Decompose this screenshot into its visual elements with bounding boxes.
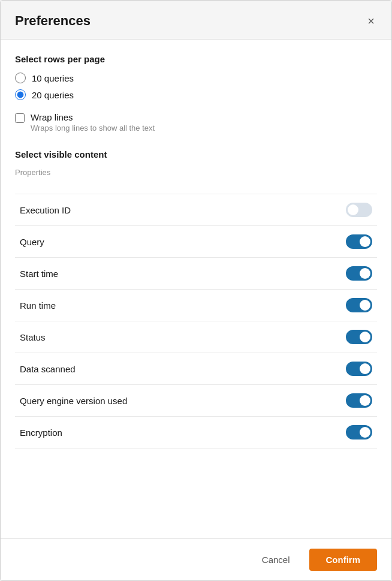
properties-group-label: Properties [15,168,377,182]
rows-per-page-label: Select rows per page [15,54,377,64]
visible-content-label: Select visible content [15,149,377,159]
toggle-encryption-slider [346,425,372,439]
cancel-button[interactable]: Cancel [250,549,302,571]
property-name-execution-id: Execution ID [20,205,71,215]
confirm-button[interactable]: Confirm [309,549,378,571]
property-name-data-scanned: Data scanned [20,364,76,374]
visible-content-section: Select visible content Properties [15,149,377,182]
wrap-lines-checkbox[interactable] [15,113,25,123]
property-row-query: Query [15,226,377,258]
toggle-query-engine-slider [346,393,372,408]
radio-20-queries[interactable]: 20 queries [15,89,377,100]
properties-list: Execution ID Query Start time [15,194,377,448]
dialog-header: Preferences × [1,1,391,40]
wrap-lines-description: Wraps long lines to show all the text [31,124,155,133]
property-row-run-time: Run time [15,290,377,321]
property-name-status: Status [20,332,46,342]
wrap-lines-label: Wrap lines [31,112,155,122]
property-name-run-time: Run time [20,300,56,311]
toggle-run-time[interactable] [346,298,372,312]
wrap-lines-item[interactable]: Wrap lines Wraps long lines to show all … [15,112,377,133]
radio-10-queries[interactable]: 10 queries [15,73,377,83]
property-row-status: Status [15,321,377,353]
property-name-query: Query [20,237,44,247]
wrap-lines-text: Wrap lines Wraps long lines to show all … [31,112,155,133]
property-row-execution-id: Execution ID [15,194,377,226]
rows-per-page-group: 10 queries 20 queries [15,73,377,100]
toggle-encryption[interactable] [346,425,372,439]
radio-20-label: 20 queries [32,90,74,100]
radio-10-label: 10 queries [32,73,74,83]
close-button[interactable]: × [365,13,377,29]
dialog-body: Select rows per page 10 queries 20 queri… [1,40,391,529]
preferences-dialog: Preferences × Select rows per page 10 qu… [0,0,392,581]
property-row-encryption: Encryption [15,417,377,448]
property-row-data-scanned: Data scanned [15,353,377,385]
toggle-run-time-slider [346,298,372,312]
toggle-start-time[interactable] [346,266,372,281]
dialog-footer: Cancel Confirm [1,538,391,580]
toggle-start-time-slider [346,266,372,281]
property-row-query-engine: Query engine version used [15,385,377,417]
property-name-query-engine: Query engine version used [20,396,127,406]
property-row-start-time: Start time [15,258,377,290]
toggle-status[interactable] [346,330,372,344]
wrap-lines-group: Wrap lines Wraps long lines to show all … [15,112,377,133]
toggle-query-engine[interactable] [346,393,372,408]
toggle-query-slider [346,234,372,249]
property-name-start-time: Start time [20,269,58,279]
radio-10-input[interactable] [15,73,26,83]
toggle-status-slider [346,330,372,344]
toggle-query[interactable] [346,234,372,249]
radio-20-input[interactable] [15,89,26,100]
toggle-data-scanned-slider [346,362,372,376]
toggle-execution-id-slider [346,203,372,217]
toggle-data-scanned[interactable] [346,362,372,376]
dialog-title: Preferences [15,13,91,29]
property-name-encryption: Encryption [20,428,62,438]
toggle-execution-id[interactable] [346,203,372,217]
